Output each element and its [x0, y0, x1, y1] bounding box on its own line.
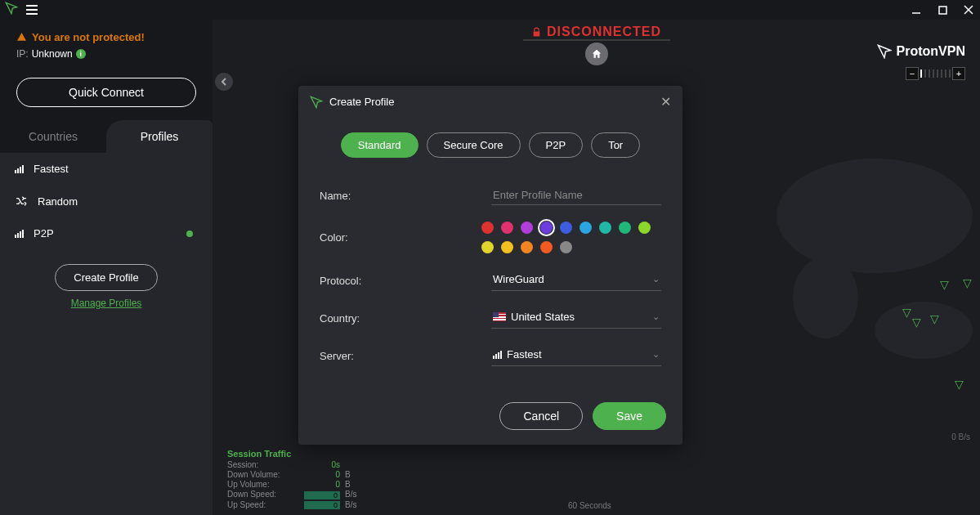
ip-info: IP: Unknown i	[16, 48, 196, 60]
create-profile-button[interactable]: Create Profile	[55, 264, 157, 291]
color-swatch[interactable]	[599, 222, 611, 234]
name-label: Name:	[320, 190, 491, 202]
color-swatch[interactable]	[540, 241, 553, 253]
map-marker[interactable]: ▽	[963, 276, 972, 289]
menu-icon[interactable]	[26, 5, 38, 15]
protocol-label: Protocol:	[320, 275, 491, 287]
server-select[interactable]: Fastest⌄	[491, 345, 661, 366]
color-swatch[interactable]	[540, 222, 553, 234]
time-axis-label: 60 Seconds	[568, 501, 611, 510]
color-swatch[interactable]	[501, 222, 513, 234]
type-p2p[interactable]: P2P	[529, 132, 584, 158]
minimize-button[interactable]	[910, 3, 923, 16]
profile-type-tabs: Standard Secure Core P2P Tor	[320, 132, 661, 158]
map-marker[interactable]: ▽	[912, 316, 921, 329]
color-swatch[interactable]	[521, 222, 533, 234]
maximize-button[interactable]	[936, 3, 949, 16]
quick-connect-button[interactable]: Quick Connect	[16, 78, 196, 107]
signal-icon	[15, 165, 24, 173]
profile-p2p[interactable]: P2P	[0, 217, 213, 249]
manage-profiles-link[interactable]: Manage Profiles	[0, 298, 213, 309]
signal-icon	[493, 351, 502, 359]
svg-rect-1	[939, 7, 946, 14]
country-select[interactable]: United States⌄	[491, 307, 661, 329]
shuffle-icon	[15, 195, 28, 208]
stats-title: Session Traffic	[227, 449, 965, 459]
title-bar	[0, 0, 980, 20]
profile-label: Fastest	[34, 163, 69, 175]
app-logo-icon	[310, 96, 323, 109]
svg-point-6	[875, 302, 973, 359]
tab-countries[interactable]: Countries	[0, 120, 106, 153]
profile-fastest[interactable]: Fastest	[0, 153, 213, 185]
sidebar: You are not protected! IP: Unknown i Qui…	[0, 20, 213, 515]
color-swatch[interactable]	[521, 241, 533, 253]
profile-label: Random	[38, 195, 78, 208]
create-profile-dialog: Create Profile ✕ Standard Secure Core P2…	[298, 86, 682, 445]
save-button[interactable]: Save	[593, 402, 666, 430]
color-swatch[interactable]	[638, 222, 651, 234]
protection-warning: You are not protected!	[16, 31, 196, 43]
type-securecore[interactable]: Secure Core	[427, 132, 521, 158]
close-button[interactable]	[962, 3, 975, 16]
profile-name-input[interactable]	[491, 186, 661, 205]
session-stats: Session Traffic Session:0s Down Volume:0…	[213, 444, 980, 515]
country-label: Country:	[320, 312, 491, 325]
type-standard[interactable]: Standard	[341, 132, 418, 158]
svg-point-5	[776, 159, 973, 273]
svg-point-7	[793, 257, 858, 338]
map-marker[interactable]: ▽	[930, 312, 939, 325]
profile-list: Fastest Random P2P Create Profile Manage…	[0, 153, 213, 515]
map-marker[interactable]: ▽	[940, 278, 949, 291]
color-picker	[481, 222, 661, 253]
signal-icon	[15, 230, 24, 238]
color-swatch[interactable]	[560, 222, 572, 234]
profile-random[interactable]: Random	[0, 185, 213, 217]
chevron-down-icon: ⌄	[652, 274, 660, 284]
color-swatch[interactable]	[619, 222, 631, 234]
profile-label: P2P	[34, 227, 54, 240]
color-swatch[interactable]	[481, 222, 494, 234]
app-logo-icon	[5, 2, 18, 18]
protocol-select[interactable]: WireGuard⌄	[491, 270, 661, 291]
tab-profiles[interactable]: Profiles	[106, 120, 213, 153]
status-dot	[186, 231, 193, 237]
color-label: Color:	[320, 231, 481, 244]
warning-text: You are not protected!	[32, 31, 145, 43]
server-label: Server:	[320, 350, 491, 362]
chevron-down-icon: ⌄	[652, 349, 660, 360]
map-marker[interactable]: ▽	[955, 378, 964, 391]
dialog-title: Create Profile	[329, 96, 394, 108]
color-swatch[interactable]	[579, 222, 592, 234]
axis-label: 0 B/s	[951, 432, 970, 441]
color-swatch[interactable]	[501, 241, 513, 253]
color-swatch[interactable]	[481, 241, 494, 253]
flag-us-icon	[493, 312, 506, 321]
dialog-close-button[interactable]: ✕	[660, 94, 671, 110]
color-swatch[interactable]	[560, 241, 572, 253]
info-icon[interactable]: i	[76, 49, 86, 59]
map-marker[interactable]: ▽	[902, 306, 911, 319]
chevron-down-icon: ⌄	[652, 311, 660, 322]
type-tor[interactable]: Tor	[591, 132, 640, 158]
cancel-button[interactable]: Cancel	[499, 402, 583, 430]
